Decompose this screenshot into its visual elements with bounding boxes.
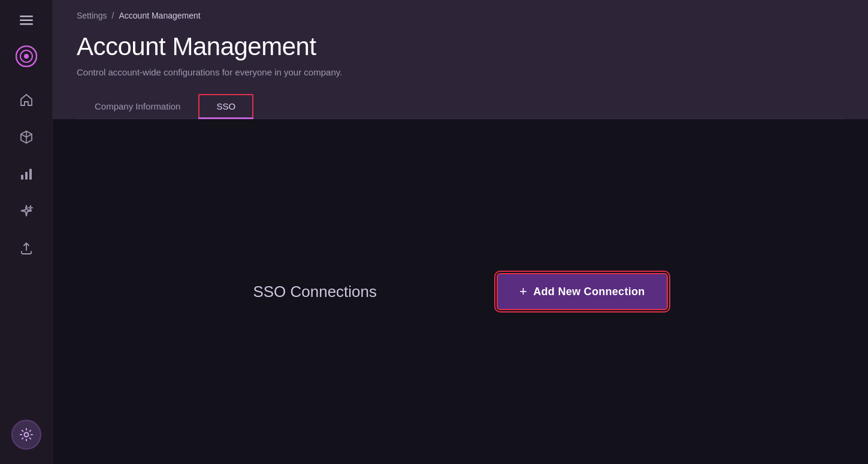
breadcrumb-settings-link[interactable]: Settings xyxy=(77,11,107,20)
app-logo xyxy=(13,43,40,69)
sso-connections-area: SSO Connections + Add New Connection xyxy=(253,273,667,310)
sidebar-item-cube[interactable] xyxy=(10,121,43,153)
breadcrumb-separator: / xyxy=(112,11,114,20)
sso-connections-label: SSO Connections xyxy=(253,283,377,301)
sidebar-item-sparkle[interactable] xyxy=(10,195,43,228)
page-subtitle: Control account-wide configurations for … xyxy=(77,67,844,77)
add-new-connection-button[interactable]: + Add New Connection xyxy=(497,273,668,310)
breadcrumb-current: Account Management xyxy=(119,11,200,20)
svg-rect-2 xyxy=(20,23,33,25)
add-connection-label: Add New Connection xyxy=(533,286,645,298)
page-header: Settings / Account Management Account Ma… xyxy=(53,0,868,119)
breadcrumb: Settings / Account Management xyxy=(77,11,844,20)
main-content: Settings / Account Management Account Ma… xyxy=(53,0,868,464)
plus-icon: + xyxy=(519,285,527,298)
tab-company-information[interactable]: Company Information xyxy=(77,94,198,119)
svg-rect-8 xyxy=(29,169,32,180)
svg-rect-6 xyxy=(21,175,23,180)
sidebar-item-home[interactable] xyxy=(10,84,43,116)
tab-bar: Company Information SSO xyxy=(77,94,844,119)
svg-rect-0 xyxy=(20,16,33,17)
page-title: Account Management xyxy=(77,32,844,61)
content-area: SSO Connections + Add New Connection xyxy=(53,119,868,464)
sidebar-item-analytics[interactable] xyxy=(10,158,43,190)
sidebar-item-upload[interactable] xyxy=(10,232,43,265)
svg-point-9 xyxy=(24,433,28,437)
svg-rect-1 xyxy=(20,20,33,22)
settings-nav-button[interactable] xyxy=(11,420,41,450)
sidebar xyxy=(0,0,53,464)
menu-icon[interactable] xyxy=(13,7,40,34)
svg-rect-7 xyxy=(25,172,28,180)
tab-sso[interactable]: SSO xyxy=(198,94,253,119)
svg-point-5 xyxy=(24,54,29,59)
